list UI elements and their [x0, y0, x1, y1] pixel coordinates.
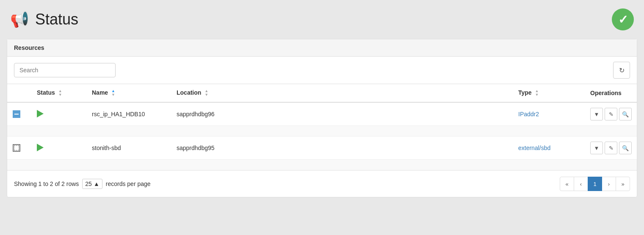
row-name-cell: rsc_ip_HA1_HDB10: [88, 102, 172, 126]
page-1-button[interactable]: 1: [588, 177, 602, 191]
first-page-button[interactable]: «: [560, 177, 574, 191]
col-header-name[interactable]: Name ▲ ▼: [88, 84, 172, 102]
row-type-cell: external/sbd: [514, 137, 586, 160]
sort-icons-status: ▲ ▼: [58, 89, 62, 97]
refresh-button[interactable]: ↻: [613, 62, 630, 79]
search-input[interactable]: [14, 63, 116, 77]
search-button[interactable]: 🔍: [619, 142, 632, 154]
resource-type-link[interactable]: external/sbd: [518, 145, 550, 151]
row-expand-button[interactable]: [11, 109, 22, 119]
refresh-icon: ↻: [619, 66, 625, 74]
edit-icon: ✎: [609, 145, 614, 151]
check-mark: ✓: [618, 13, 628, 27]
search-icon: 🔍: [622, 111, 629, 118]
resources-title: Resources: [14, 44, 44, 51]
page-header: 📢 Status ✓: [7, 7, 637, 32]
col-header-type[interactable]: Type ▲ ▼: [514, 84, 586, 102]
row-location-cell: sapprdhdbg95: [172, 137, 514, 160]
resource-location: sapprdhdbg96: [177, 111, 215, 118]
records-per-page-value: 25: [85, 180, 92, 187]
row-spacer: [7, 160, 637, 170]
records-per-page-selector[interactable]: 25 ▲: [82, 179, 102, 189]
status-check-icon: ✓: [612, 8, 634, 30]
row-operations-cell: ▼ ✎ 🔍: [586, 102, 637, 126]
resource-type-link[interactable]: IPaddr2: [518, 111, 539, 118]
row-spacer: [7, 126, 637, 137]
row-type-cell: IPaddr2: [514, 102, 586, 126]
records-per-page-arrow: ▲: [94, 180, 100, 187]
resources-panel: Resources ↻ Status ▲ ▼ Name: [7, 39, 637, 197]
col-header-status[interactable]: Status ▲ ▼: [33, 84, 88, 102]
pagination-showing-text: Showing 1 to 2 of 2 rows: [14, 180, 79, 187]
col-header-location[interactable]: Location ▲ ▼: [172, 84, 514, 102]
operations-buttons: ▼ ✎ 🔍: [590, 142, 633, 154]
prev-page-button[interactable]: ‹: [574, 177, 588, 191]
sort-icons-name: ▲ ▼: [111, 89, 115, 97]
row-expand-button[interactable]: [11, 143, 22, 153]
row-status-cell: [33, 102, 88, 126]
row-status-cell: [33, 137, 88, 160]
resource-location: sapprdhdbg95: [177, 145, 215, 151]
row-location-cell: sapprdhdbg96: [172, 102, 514, 126]
pagination-area: Showing 1 to 2 of 2 rows 25 ▲ records pe…: [7, 170, 637, 197]
resources-table: Status ▲ ▼ Name ▲ ▼ Location: [7, 84, 637, 170]
last-page-button[interactable]: »: [616, 177, 630, 191]
resource-name: stonith-sbd: [92, 145, 121, 151]
checkbox-icon: [13, 144, 20, 152]
running-icon: [37, 144, 44, 151]
page-title: Status: [35, 11, 78, 28]
edit-button[interactable]: ✎: [605, 142, 617, 154]
table-header-row: Status ▲ ▼ Name ▲ ▼ Location: [7, 84, 637, 102]
search-button[interactable]: 🔍: [619, 108, 632, 120]
sort-icons-location: ▲ ▼: [205, 89, 208, 97]
next-page-button[interactable]: ›: [602, 177, 616, 191]
pagination-controls: « ‹ 1 › »: [560, 177, 630, 191]
edit-icon: ✎: [609, 111, 614, 118]
dropdown-icon: ▼: [594, 145, 600, 151]
table-row: rsc_ip_HA1_HDB10 sapprdhdbg96 IPaddr2 ▼ …: [7, 102, 637, 126]
row-expand-cell: [7, 102, 33, 126]
row-operations-cell: ▼ ✎ 🔍: [586, 137, 637, 160]
dropdown-icon: ▼: [594, 111, 600, 118]
col-header-expand: [7, 84, 33, 102]
edit-button[interactable]: ✎: [605, 108, 617, 120]
row-name-cell: stonith-sbd: [88, 137, 172, 160]
resources-toolbar: ↻: [7, 57, 637, 84]
records-per-page-label: records per page: [106, 180, 151, 187]
resource-name: rsc_ip_HA1_HDB10: [92, 111, 145, 118]
operations-buttons: ▼ ✎ 🔍: [590, 108, 633, 120]
table-row: stonith-sbd sapprdhdbg95 external/sbd ▼ …: [7, 137, 637, 160]
megaphone-icon: 📢: [10, 11, 29, 28]
search-icon: 🔍: [622, 145, 629, 151]
pagination-info: Showing 1 to 2 of 2 rows 25 ▲ records pe…: [14, 179, 151, 189]
dash-icon: [13, 110, 20, 118]
col-header-operations: Operations: [586, 84, 637, 102]
dropdown-button[interactable]: ▼: [590, 108, 603, 120]
row-expand-cell: [7, 137, 33, 160]
dropdown-button[interactable]: ▼: [590, 142, 603, 154]
title-area: 📢 Status: [10, 11, 78, 28]
resources-header: Resources: [7, 39, 637, 57]
running-icon: [37, 110, 44, 118]
sort-icons-type: ▲ ▼: [535, 89, 539, 97]
